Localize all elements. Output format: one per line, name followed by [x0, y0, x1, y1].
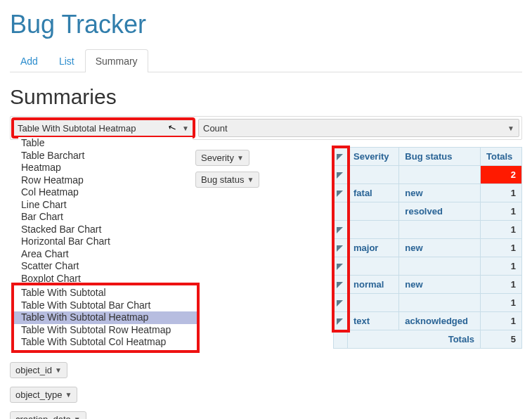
- pivot-row-severity: fatal: [348, 184, 399, 202]
- expand-toggle[interactable]: [334, 202, 348, 221]
- expand-toggle[interactable]: [334, 312, 348, 330]
- renderer-option[interactable]: Table With Subtotal Row Heatmap: [14, 324, 197, 337]
- renderer-option[interactable]: Area Chart: [18, 248, 193, 261]
- pivot-row-severity: [348, 257, 399, 276]
- row-attributes: Severity▼Bug status▼: [195, 147, 329, 191]
- chevron-down-icon: ▼: [74, 415, 81, 419]
- chevron-down-icon: ▼: [65, 391, 72, 399]
- pivot-value: 1: [481, 257, 522, 276]
- pivot-row-status: [399, 221, 481, 239]
- renderer-option[interactable]: Stacked Bar Chart: [18, 224, 193, 236]
- triangle-icon: [337, 318, 343, 325]
- aggregator-select[interactable]: Count ▼: [198, 119, 519, 137]
- pivot-row-severity: text: [348, 312, 399, 330]
- pivot-value: 1: [481, 276, 522, 294]
- renderer-option[interactable]: Row Heatmap: [18, 174, 193, 187]
- row-attr-pill[interactable]: Bug status▼: [195, 172, 259, 188]
- pivot-row-status: new: [399, 276, 481, 294]
- renderer-option[interactable]: Table With Subtotal Col Heatmap: [14, 336, 197, 349]
- chevron-down-icon: ▼: [507, 124, 514, 132]
- triangle-icon: [337, 191, 343, 197]
- triangle-icon: [337, 227, 343, 233]
- renderer-option[interactable]: Table Barchart: [18, 150, 193, 162]
- expand-toggle[interactable]: [334, 184, 348, 202]
- field-pill[interactable]: creation_date▼: [10, 411, 86, 419]
- pivot-row-severity: [348, 294, 399, 312]
- pivot-value: 1: [481, 184, 522, 202]
- renderer-option[interactable]: Line Chart: [18, 199, 193, 212]
- renderer-option[interactable]: Col Heatmap: [18, 186, 193, 199]
- pivot-value: 1: [481, 294, 522, 312]
- renderer-option[interactable]: Horizontal Bar Chart: [18, 236, 193, 248]
- pivot-row-status: [399, 166, 481, 184]
- pivot-value: 2: [481, 166, 522, 184]
- pivot-row-severity: [348, 202, 399, 221]
- pivot-row-status: acknowledged: [399, 312, 481, 330]
- pivot-col-header: Totals: [481, 148, 522, 166]
- renderer-option[interactable]: Scatter Chart: [18, 260, 193, 273]
- renderer-select-value: Table With Subtotal Heatmap: [18, 123, 136, 134]
- tab-add[interactable]: Add: [10, 49, 48, 72]
- expand-toggle[interactable]: [334, 276, 348, 294]
- tab-bar: Add List Summary: [10, 49, 522, 72]
- section-heading: Summaries: [10, 85, 522, 109]
- triangle-icon: [337, 245, 343, 252]
- pivot-row-status: [399, 294, 481, 312]
- pivot-value: 1: [481, 312, 522, 330]
- expand-toggle[interactable]: [334, 294, 348, 312]
- renderer-option[interactable]: Table With Subtotal: [14, 287, 197, 299]
- pivot-col-header: Bug status: [399, 148, 481, 166]
- pivot-table: SeverityBug statusTotals2fatalnew1resolv…: [333, 147, 522, 349]
- renderer-option[interactable]: Boxplot Chart: [18, 273, 193, 285]
- pivot-totals-value: 5: [481, 330, 522, 349]
- renderer-select[interactable]: Table With Subtotal Heatmap ▼ ↖: [13, 119, 194, 137]
- pivot-row-severity: normal: [348, 276, 399, 294]
- pivot-row-status: [399, 257, 481, 276]
- triangle-icon: [337, 264, 343, 270]
- pivot-value: 1: [481, 239, 522, 257]
- renderer-option[interactable]: Table: [18, 137, 193, 150]
- pivot-totals-label: Totals: [348, 330, 481, 349]
- chevron-down-icon: ▼: [55, 366, 62, 374]
- selector-row: Table With Subtotal Heatmap ▼ ↖ TableTab…: [10, 116, 522, 140]
- unused-fields: object_id▼object_type▼creation_date▼: [10, 358, 191, 419]
- page-title: Bug Tracker: [10, 10, 522, 39]
- renderer-option[interactable]: Heatmap: [18, 162, 193, 174]
- pivot-value: 1: [481, 221, 522, 239]
- renderer-option[interactable]: Bar Chart: [18, 211, 193, 224]
- triangle-icon: [337, 154, 343, 160]
- expand-toggle[interactable]: [334, 221, 348, 239]
- cursor-icon: ↖: [167, 120, 179, 134]
- pivot-row-severity: [348, 221, 399, 239]
- triangle-icon: [337, 172, 343, 179]
- pivot-row-status: new: [399, 184, 481, 202]
- pivot-col-header: Severity: [348, 148, 399, 166]
- tab-list[interactable]: List: [48, 49, 85, 72]
- renderer-option[interactable]: Table With Subtotal Heatmap: [14, 311, 197, 324]
- expand-toggle[interactable]: [334, 257, 348, 276]
- pivot-value: 1: [481, 202, 522, 221]
- pivot-row-severity: major: [348, 239, 399, 257]
- expand-toggle[interactable]: [334, 166, 348, 184]
- expand-toggle[interactable]: [334, 148, 348, 166]
- aggregator-select-value: Count: [203, 123, 228, 134]
- tab-summary[interactable]: Summary: [85, 49, 148, 72]
- expand-toggle[interactable]: [334, 239, 348, 257]
- renderer-option[interactable]: Table With Subtotal Bar Chart: [14, 299, 197, 312]
- pivot-row-severity: [348, 166, 399, 184]
- triangle-icon: [337, 282, 343, 288]
- field-pill[interactable]: object_id▼: [10, 362, 67, 378]
- field-pill[interactable]: object_type▼: [10, 387, 77, 403]
- triangle-icon: [337, 300, 343, 307]
- chevron-down-icon: ▼: [182, 124, 189, 132]
- pivot-row-status: new: [399, 239, 481, 257]
- renderer-dropdown[interactable]: TableTable BarchartHeatmapRow HeatmapCol…: [18, 137, 193, 350]
- chevron-down-icon: ▼: [237, 154, 244, 162]
- chevron-down-icon: ▼: [247, 176, 254, 183]
- pivot-row-status: resolved: [399, 202, 481, 221]
- row-attr-pill[interactable]: Severity▼: [195, 150, 249, 166]
